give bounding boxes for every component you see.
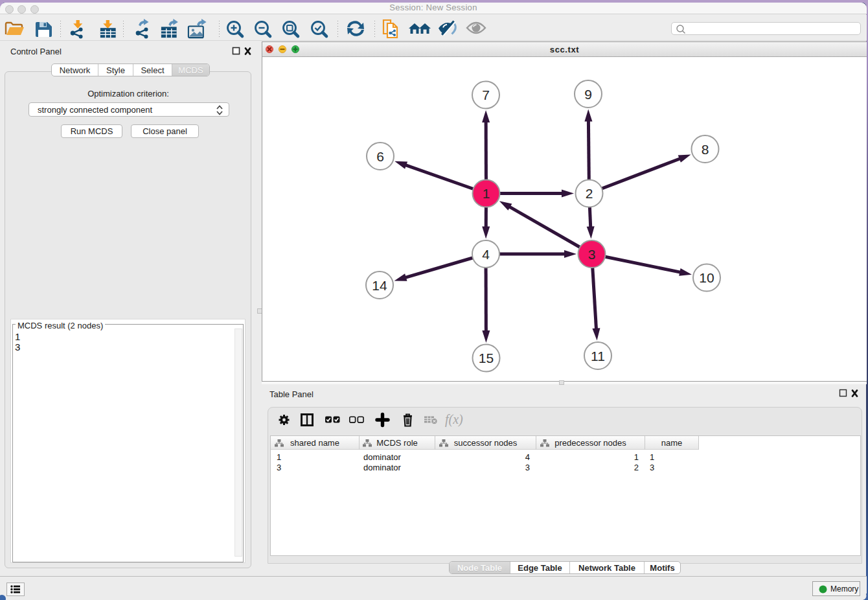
svg-text:14: 14 [372, 278, 387, 293]
svg-text:2: 2 [586, 186, 593, 201]
svg-text:3: 3 [588, 247, 596, 262]
svg-text:f(x): f(x) [445, 412, 463, 427]
svg-text:7: 7 [482, 87, 490, 102]
svg-text:10: 10 [699, 270, 714, 285]
svg-text:9: 9 [584, 87, 592, 102]
svg-text:11: 11 [591, 349, 605, 363]
svg-text:15: 15 [479, 351, 494, 365]
svg-text:6: 6 [376, 149, 384, 164]
svg-text:1: 1 [483, 186, 490, 201]
svg-text:4: 4 [482, 247, 490, 262]
svg-text:8: 8 [702, 142, 709, 157]
